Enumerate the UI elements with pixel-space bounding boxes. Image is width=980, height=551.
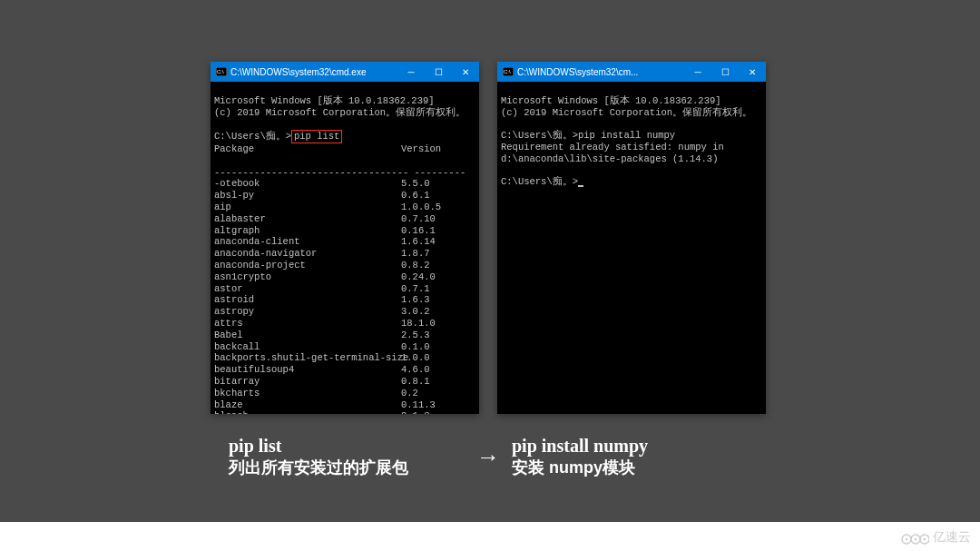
- table-row: bleach2.1.3: [214, 410, 475, 414]
- package-version: 0.24.0: [401, 271, 436, 283]
- cmd-icon: C:\: [216, 66, 227, 77]
- prompt-prefix: C:\Users\痴。>: [214, 131, 291, 142]
- package-version: 0.16.1: [401, 225, 436, 237]
- caption-command-left: pip list: [229, 436, 468, 457]
- version-line: Microsoft Windows [版本 10.0.18362.239]: [214, 95, 435, 106]
- package-name: -otebook: [214, 178, 401, 190]
- package-version: 18.1.0: [401, 318, 436, 330]
- package-name: Babel: [214, 330, 401, 341]
- watermark: 亿速云: [900, 529, 971, 546]
- package-version: 0.8.2: [401, 260, 430, 271]
- col-header-version: Version: [401, 143, 441, 155]
- table-row: altgraph0.16.1: [214, 225, 475, 237]
- package-version: 0.11.3: [401, 399, 436, 411]
- package-name: blaze: [214, 399, 401, 411]
- cmd-window-right: C:\ C:\WINDOWS\system32\cm... Microsoft …: [497, 62, 766, 414]
- window-controls: [684, 62, 766, 82]
- package-name: attrs: [214, 318, 401, 330]
- package-name: astropy: [214, 306, 401, 318]
- cmd-output-right[interactable]: Microsoft Windows [版本 10.0.18362.239] (c…: [497, 82, 766, 414]
- svg-text:C:\: C:\: [504, 69, 511, 74]
- maximize-button[interactable]: [711, 62, 739, 82]
- copyright-line: (c) 2019 Microsoft Corporation。保留所有权利。: [501, 107, 752, 118]
- table-row: anaconda-project0.8.2: [214, 260, 475, 271]
- package-version: 4.6.0: [401, 364, 430, 376]
- package-version: 0.7.1: [401, 283, 430, 295]
- package-name: anaconda-project: [214, 260, 401, 271]
- svg-text:C:\: C:\: [217, 69, 224, 74]
- titlebar-title-left: C:\WINDOWS\system32\cmd.exe: [230, 67, 397, 77]
- table-row: aip1.0.0.5: [214, 202, 475, 213]
- package-version: 0.7.10: [401, 213, 436, 225]
- table-row: astor0.7.1: [214, 283, 475, 295]
- package-version: 1.6.3: [401, 294, 430, 306]
- table-row: asn1crypto0.24.0: [214, 271, 475, 283]
- package-table: -otebook5.5.0absl-py0.6.1aip1.0.0.5alaba…: [214, 178, 475, 414]
- package-version: 5.5.0: [401, 178, 430, 190]
- package-version: 1.0.0.5: [401, 202, 441, 213]
- table-row: blaze0.11.3: [214, 399, 475, 411]
- slide-background: C:\ C:\WINDOWS\system32\cmd.exe Microsof…: [0, 0, 980, 522]
- table-row: anaconda-navigator1.8.7: [214, 248, 475, 260]
- cmd-window-left: C:\ C:\WINDOWS\system32\cmd.exe Microsof…: [211, 62, 479, 414]
- package-version: 0.6.1: [401, 190, 430, 202]
- table-row: attrs18.1.0: [214, 318, 475, 330]
- package-name: backcall: [214, 341, 401, 353]
- caption-desc-left: 列出所有安装过的扩展包: [229, 457, 468, 478]
- package-name: anaconda-navigator: [214, 248, 401, 260]
- cmd-output-left[interactable]: Microsoft Windows [版本 10.0.18362.239] (c…: [211, 82, 479, 414]
- minimize-button[interactable]: [684, 62, 711, 82]
- col-header-package: Package: [214, 143, 401, 155]
- cmd-icon: C:\: [503, 66, 514, 77]
- package-name: altgraph: [214, 225, 401, 237]
- package-name: backports.shutil-get-terminal-size: [214, 352, 401, 364]
- highlighted-command: pip list: [291, 130, 342, 143]
- titlebar-right[interactable]: C:\ C:\WINDOWS\system32\cm...: [497, 62, 766, 82]
- package-name: astroid: [214, 294, 401, 306]
- arrow-icon: →: [468, 443, 508, 471]
- table-row: Babel2.5.3: [214, 330, 475, 341]
- version-line: Microsoft Windows [版本 10.0.18362.239]: [501, 95, 721, 106]
- package-name: asn1crypto: [214, 271, 401, 283]
- cursor: [578, 185, 583, 187]
- package-name: bitarray: [214, 376, 401, 388]
- package-version: 3.0.2: [401, 306, 430, 318]
- windows-row: C:\ C:\WINDOWS\system32\cmd.exe Microsof…: [211, 62, 766, 414]
- minimize-button[interactable]: [397, 62, 425, 82]
- package-name: absl-py: [214, 190, 401, 202]
- copyright-line: (c) 2019 Microsoft Corporation。保留所有权利。: [214, 107, 466, 118]
- prompt-prefix: C:\Users\痴。>: [501, 176, 578, 187]
- caption-left: pip list 列出所有安装过的扩展包: [211, 436, 468, 478]
- package-name: aip: [214, 202, 401, 213]
- command-text: pip install numpy: [578, 130, 675, 141]
- svg-point-9: [924, 538, 926, 541]
- caption-desc-right: 安装 numpy模块: [512, 457, 744, 478]
- table-row: alabaster0.7.10: [214, 213, 475, 225]
- caption-right: pip install numpy 安装 numpy模块: [508, 436, 744, 478]
- package-version: 1.0.0: [401, 352, 430, 364]
- table-row: astroid1.6.3: [214, 294, 475, 306]
- package-version: 0.2: [401, 388, 418, 399]
- table-row: beautifulsoup44.6.0: [214, 364, 475, 376]
- output-line: d:\anaconda\lib\site-packages (1.14.3): [501, 153, 718, 164]
- watermark-text: 亿速云: [933, 529, 971, 546]
- close-button[interactable]: [452, 62, 479, 82]
- table-row: -otebook5.5.0: [214, 178, 475, 190]
- titlebar-left[interactable]: C:\ C:\WINDOWS\system32\cmd.exe: [211, 62, 479, 82]
- close-button[interactable]: [739, 62, 766, 82]
- maximize-button[interactable]: [425, 62, 452, 82]
- table-row: backcall0.1.0: [214, 341, 475, 353]
- package-name: anaconda-client: [214, 236, 401, 248]
- prompt-prefix: C:\Users\痴。>: [501, 130, 578, 141]
- package-version: 2.1.3: [401, 410, 430, 414]
- package-name: bleach: [214, 410, 401, 414]
- package-name: alabaster: [214, 213, 401, 225]
- divider-line: ---------------------------------- -----…: [214, 167, 466, 178]
- table-row: backports.shutil-get-terminal-size1.0.0: [214, 352, 475, 364]
- package-version: 0.1.0: [401, 341, 430, 353]
- package-version: 0.8.1: [401, 376, 430, 388]
- package-version: 2.5.3: [401, 330, 430, 341]
- titlebar-title-right: C:\WINDOWS\system32\cm...: [517, 67, 684, 77]
- table-row: bitarray0.8.1: [214, 376, 475, 388]
- package-name: astor: [214, 283, 401, 295]
